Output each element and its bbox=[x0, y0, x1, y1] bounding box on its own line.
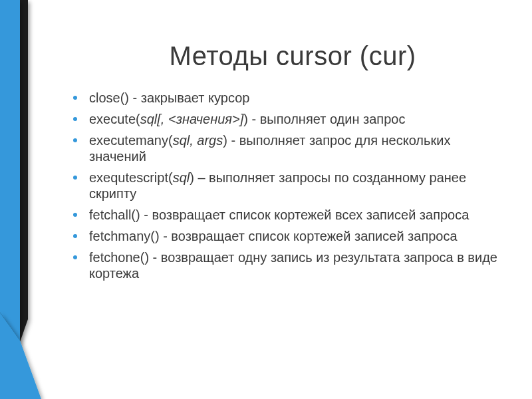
bullet-icon bbox=[73, 213, 77, 217]
bullet-icon bbox=[73, 96, 77, 100]
list-item: close() - закрывает курсор bbox=[73, 90, 499, 106]
list-item: execute(sql[, <значения>]) - выполняет о… bbox=[73, 111, 499, 127]
method-desc: ) - выполняет один запрос bbox=[243, 112, 405, 126]
svg-marker-1 bbox=[0, 0, 20, 340]
bullet-icon bbox=[73, 138, 77, 142]
bullet-icon bbox=[73, 117, 77, 121]
method-name: fetchall() bbox=[89, 207, 140, 222]
method-name: execute( bbox=[89, 112, 140, 126]
method-args: sql[, <значения>] bbox=[140, 112, 244, 126]
method-desc: - возвращает список кортежей записей зап… bbox=[160, 229, 458, 243]
slide: Методы cursor (cur) close() - закрывает … bbox=[0, 0, 532, 399]
slide-title: Методы cursor (cur) bbox=[86, 41, 499, 71]
method-desc: - возвращает одну запись из результата з… bbox=[89, 250, 497, 281]
bullet-icon bbox=[73, 234, 77, 238]
method-desc: - закрывает курсор bbox=[129, 90, 249, 105]
accent-stripe bbox=[0, 0, 47, 399]
method-name: exequtescript( bbox=[89, 170, 173, 185]
bullet-icon bbox=[73, 176, 77, 180]
bullet-list: close() - закрывает курсор execute(sql[,… bbox=[73, 90, 499, 287]
method-name: fetchone() bbox=[89, 250, 149, 265]
method-name: close() bbox=[89, 90, 129, 105]
method-desc: - возвращает список кортежей всех записе… bbox=[140, 207, 469, 222]
list-item: executemany(sql, args) - выполняет запро… bbox=[73, 132, 499, 164]
method-name: executemany( bbox=[89, 133, 173, 148]
list-item: exequtescript(sql) – выполняет запросы п… bbox=[73, 170, 499, 201]
bullet-icon bbox=[73, 255, 77, 259]
method-name: fetchmany() bbox=[89, 229, 160, 243]
list-item: fetchone() - возвращает одну запись из р… bbox=[73, 249, 499, 281]
method-args: sql bbox=[173, 170, 190, 185]
method-args: sql, args bbox=[173, 133, 223, 148]
list-item: fetchmany() - возвращает список кортежей… bbox=[73, 228, 499, 244]
list-item: fetchall() - возвращает список кортежей … bbox=[73, 207, 499, 223]
